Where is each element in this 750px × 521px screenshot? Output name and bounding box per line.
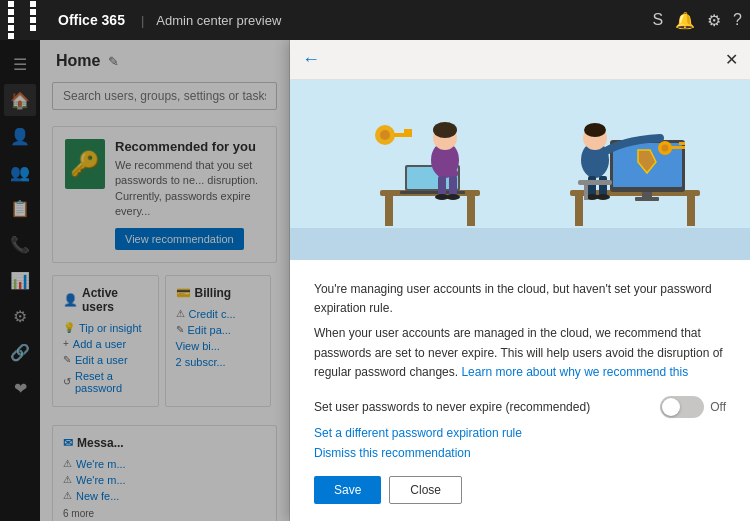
close-button[interactable]: Close	[389, 476, 462, 504]
svg-rect-41	[584, 185, 588, 200]
learn-more-link[interactable]: Learn more about why we recommend this	[461, 365, 688, 379]
svg-point-17	[380, 130, 390, 140]
modal-illustration	[290, 80, 750, 260]
setting-label: Set user passwords to never expire (reco…	[314, 400, 660, 414]
svg-rect-19	[408, 129, 412, 133]
dismiss-link[interactable]: Dismiss this recommendation	[314, 446, 726, 460]
main-layout: ☰ 🏠 👤 👥 📋 📞 📊 ⚙ 🔗 ❤ Home ✎ 🔑 Recommended…	[0, 40, 750, 521]
svg-rect-1	[290, 228, 750, 260]
settings-icon[interactable]: ⚙	[707, 11, 721, 30]
toggle-state-label: Off	[710, 400, 726, 414]
app-grid-icon[interactable]	[8, 1, 50, 39]
app-subtitle: Admin center preview	[156, 13, 281, 28]
svg-point-27	[662, 145, 669, 152]
svg-rect-20	[404, 129, 408, 133]
different-rule-link[interactable]: Set a different password expiration rule	[314, 426, 726, 440]
svg-rect-12	[438, 176, 446, 196]
svg-rect-37	[599, 176, 607, 196]
svg-rect-40	[578, 180, 612, 185]
svg-rect-32	[635, 197, 659, 201]
title-divider: |	[141, 13, 144, 28]
modal-desc1: You're managing user accounts in the clo…	[314, 280, 726, 318]
svg-point-39	[596, 194, 610, 200]
svg-rect-4	[467, 196, 475, 226]
app-title: Office 365	[58, 12, 125, 28]
notifications-icon[interactable]: 🔔	[675, 11, 695, 30]
modal-actions: Save Close	[314, 476, 726, 504]
modal-close-button[interactable]: ✕	[725, 50, 738, 69]
svg-rect-30	[679, 142, 682, 145]
toggle-knob	[662, 398, 680, 416]
change-password-modal: ← ✕	[290, 40, 750, 521]
modal-back-button[interactable]: ←	[302, 49, 320, 70]
skype-icon[interactable]: S	[652, 11, 663, 29]
never-expire-toggle[interactable]	[660, 396, 704, 418]
setting-row: Set user passwords to never expire (reco…	[314, 396, 726, 418]
svg-point-35	[584, 123, 606, 137]
help-icon[interactable]: ?	[733, 11, 742, 29]
svg-rect-23	[687, 196, 695, 226]
top-bar-actions: S 🔔 ⚙ ?	[652, 11, 742, 30]
toggle-wrapper: Off	[660, 396, 726, 418]
modal-topbar: ← ✕	[290, 40, 750, 80]
svg-rect-18	[394, 133, 412, 137]
modal-body: You're managing user accounts in the clo…	[290, 260, 750, 521]
save-button[interactable]: Save	[314, 476, 381, 504]
svg-point-10	[433, 122, 457, 138]
svg-rect-22	[575, 196, 583, 226]
svg-rect-36	[588, 176, 596, 196]
top-bar: Office 365 | Admin center preview S 🔔 ⚙ …	[0, 0, 750, 40]
svg-rect-28	[671, 146, 685, 149]
svg-rect-13	[449, 176, 457, 196]
svg-rect-29	[682, 142, 685, 145]
modal-desc2: When your user accounts are managed in t…	[314, 324, 726, 382]
svg-rect-11	[438, 170, 458, 177]
svg-rect-3	[385, 196, 393, 226]
svg-point-15	[446, 194, 460, 200]
